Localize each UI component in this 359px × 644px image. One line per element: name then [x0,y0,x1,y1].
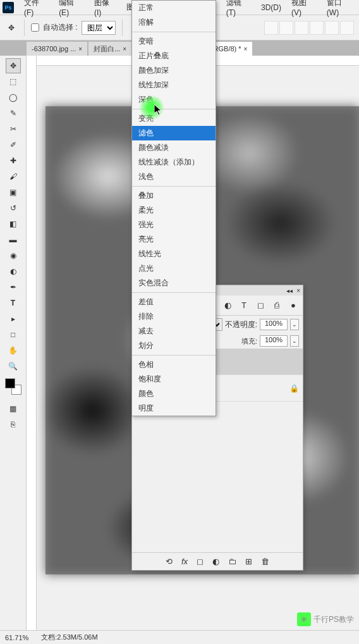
menu-view[interactable]: 视图(V) [286,0,322,19]
blend-option[interactable]: 划分 [132,338,216,353]
align-buttons [264,21,354,35]
blend-option[interactable]: 正常 [132,1,216,15]
adjustment-icon[interactable]: ◐ [212,557,219,566]
brush-tool[interactable]: 🖌 [6,169,21,184]
fill-input[interactable]: 100% [260,335,288,347]
blend-option[interactable]: 深色 [132,92,216,107]
lock-icon: 🔒 [289,384,299,393]
delete-icon[interactable]: 🗑 [261,557,269,566]
opacity-input[interactable]: 100% [260,319,288,330]
blend-option[interactable]: 点光 [132,261,216,276]
close-icon[interactable]: × [244,46,248,53]
status-bar: 61.71% 文档:2.53M/5.06M [0,630,359,644]
menu-edit[interactable]: 编辑(E) [54,0,89,19]
blend-option[interactable]: 滤色 [132,126,216,140]
zoom-level[interactable]: 61.71% [5,634,28,641]
crop-tool[interactable]: ✂ [6,121,21,137]
blend-option[interactable]: 浅色 [132,170,216,184]
dodge-tool[interactable]: ◐ [6,264,21,279]
filter-toggle-icon[interactable]: ● [288,300,299,311]
pen-tool[interactable]: ✒ [6,280,21,295]
blend-option[interactable]: 颜色 [132,387,216,401]
move-tool[interactable]: ✥ [6,58,21,73]
quickmask-tool[interactable]: ▦ [6,401,21,416]
tool-bar: ✥ ⬚ ◯ ✎ ✂ ✐ ✚ 🖌 ▣ ↺ ◧ ▬ ◉ ◐ ✒ T ▸ □ ✋ 🔍 … [0,56,27,630]
quick-select-tool[interactable]: ✎ [6,106,21,121]
color-swatches[interactable] [5,378,21,395]
move-tool-icon: ✥ [5,22,18,34]
blend-option[interactable]: 叠加 [132,189,216,203]
menu-filter[interactable]: 滤镜(T) [221,0,256,19]
close-icon[interactable]: × [78,46,82,53]
filter-smart-icon[interactable]: ⎙ [271,300,283,311]
path-select-tool[interactable]: ▸ [6,311,21,326]
menu-window[interactable]: 窗口(W) [322,0,359,19]
blend-option[interactable]: 线性光 [132,247,216,261]
blend-option[interactable]: 正片叠底 [132,49,216,63]
filter-shape-icon[interactable]: ◻ [255,300,266,311]
blend-option[interactable]: 变暗 [132,34,216,49]
ps-logo: Ps [3,2,14,13]
align-btn[interactable] [325,21,339,35]
blend-option[interactable]: 色相 [132,357,216,372]
gradient-tool[interactable]: ▬ [6,232,21,247]
blend-option[interactable]: 饱和度 [132,372,216,387]
auto-select-label: 自动选择 : [43,22,78,33]
wechat-icon: ✳ [297,612,311,626]
new-layer-icon[interactable]: ⊞ [245,557,252,566]
blend-option[interactable]: 颜色减淡 [132,140,216,155]
fx-icon[interactable]: fx [181,557,188,566]
align-btn[interactable] [264,21,278,35]
close-icon[interactable]: × [123,46,126,53]
zoom-tool[interactable]: 🔍 [6,359,21,374]
mask-icon[interactable]: ◻ [197,557,204,566]
opacity-dropdown[interactable]: ⌄ [290,319,299,330]
filter-type-icon[interactable]: T [238,300,250,311]
blur-tool[interactable]: ◉ [6,248,21,263]
foreground-color[interactable] [5,378,15,388]
history-brush-tool[interactable]: ↺ [6,201,21,216]
blend-option[interactable]: 颜色加深 [132,63,216,78]
auto-select-checkbox[interactable] [31,23,39,32]
blend-option[interactable]: 强光 [132,218,216,232]
blend-option[interactable]: 线性加深 [132,78,216,92]
fill-dropdown[interactable]: ⌄ [290,335,299,347]
healing-tool[interactable]: ✚ [6,153,21,168]
doc-tab[interactable]: 封面白...× [88,42,131,56]
align-btn[interactable] [279,21,293,35]
doc-tab[interactable]: -638700.jpg ...× [27,42,87,56]
eyedropper-tool[interactable]: ✐ [6,137,21,152]
blend-option[interactable]: 差值 [132,295,216,309]
align-btn[interactable] [310,21,324,35]
collapse-icon[interactable]: ◂◂ [286,287,293,294]
shape-tool[interactable]: □ [6,327,21,342]
eraser-tool[interactable]: ◧ [6,216,21,232]
group-icon[interactable]: 🗀 [228,557,236,566]
close-panel-icon[interactable]: × [296,287,300,294]
stamp-tool[interactable]: ▣ [6,185,21,200]
layer-target-select[interactable]: 图层 [82,21,116,35]
blend-option[interactable]: 减去 [132,324,216,338]
blend-option[interactable]: 变亮 [132,111,216,126]
blend-option[interactable]: 亮光 [132,232,216,247]
blend-option[interactable]: 线性减淡（添加） [132,155,216,170]
menu-image[interactable]: 图像(I) [89,0,121,19]
blend-option[interactable]: 明度 [132,401,216,416]
blend-option[interactable]: 实色混合 [132,276,216,290]
marquee-tool[interactable]: ⬚ [6,74,21,89]
lasso-tool[interactable]: ◯ [6,90,21,105]
blend-option[interactable]: 排除 [132,309,216,324]
type-tool[interactable]: T [6,295,21,311]
screenmode-tool[interactable]: ⎘ [6,417,21,432]
ruler-vertical [27,56,37,630]
blend-option[interactable]: 溶解 [132,15,216,30]
align-btn[interactable] [295,21,308,35]
menu-file[interactable]: 文件(F) [19,0,54,19]
blend-option[interactable]: 柔光 [132,203,216,218]
filter-adjust-icon[interactable]: ◐ [222,300,233,311]
menu-3d[interactable]: 3D(D) [256,1,286,14]
blend-mode-dropdown: 正常溶解变暗正片叠底颜色加深线性加深深色变亮滤色颜色减淡线性减淡（添加）浅色叠加… [131,0,216,416]
hand-tool[interactable]: ✋ [6,343,21,358]
align-btn[interactable] [340,21,354,35]
link-icon[interactable]: ⟲ [166,557,173,566]
